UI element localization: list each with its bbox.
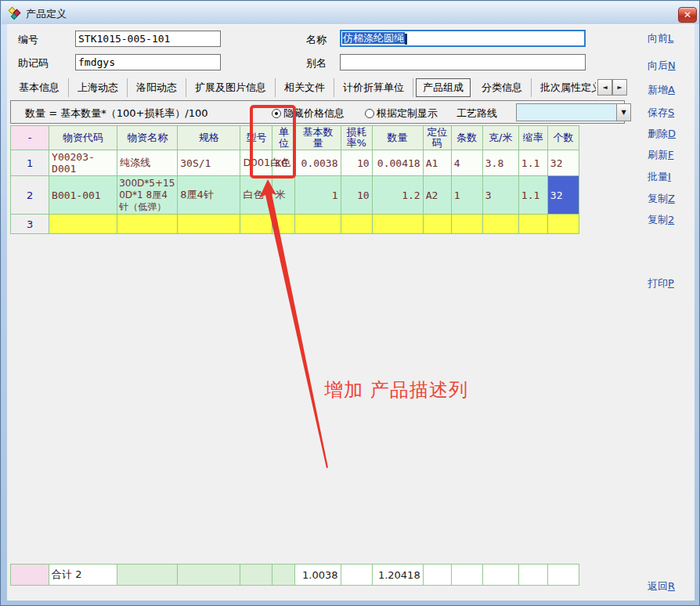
refresh-button[interactable]: 刷新F [648, 148, 673, 162]
cell-qty[interactable] [372, 215, 423, 234]
cell-base-qty[interactable]: 1 [295, 176, 341, 215]
cell-location-code[interactable] [423, 215, 451, 234]
total-base-qty: 1.0038 [295, 565, 341, 586]
cell-material-name[interactable]: 300D*5+150D*1 8厘4针（低弹） [117, 176, 178, 215]
cell-g-per-m[interactable]: 3 [482, 176, 518, 215]
cell-count[interactable]: 32 [547, 150, 579, 176]
cell-model[interactable]: D001白色 [240, 150, 272, 176]
selected-text: 仿棉涤纶圆绳 [342, 32, 405, 44]
cell-loss-rate[interactable]: 10 [341, 150, 372, 176]
col-header-g-per-m: 克/米 [482, 126, 518, 150]
col-header-base-qty: 基本数量 [295, 126, 341, 150]
col-header-shrinkage: 缩率 [518, 126, 547, 150]
tab-luoyang[interactable]: 洛阳动态 [128, 78, 186, 97]
cell-unit[interactable]: KG [272, 150, 295, 176]
total-cell [547, 565, 579, 586]
product-definition-window: 产品定义 ✕ 编号 STK1015-005-101 助记码 fmdgys 名称 … [0, 0, 700, 606]
print-button[interactable]: 打印P [648, 276, 674, 290]
total-cell [240, 565, 272, 586]
cell-unit[interactable] [272, 215, 295, 234]
copy-button[interactable]: 复制Z [648, 192, 675, 206]
row-number[interactable]: 1 [11, 150, 49, 176]
cell-model[interactable]: 白色 [240, 176, 272, 215]
radio-hide-price-info[interactable]: 隐藏价格信息 [272, 106, 345, 121]
col-header-rownum: - [11, 126, 49, 150]
cell-spec[interactable]: 8厘4针 [178, 176, 240, 215]
total-marker-cell [11, 565, 49, 586]
batch-button[interactable]: 批量I [648, 170, 671, 184]
code-input[interactable]: STK1015-005-101 [75, 31, 221, 47]
cell-location-code[interactable]: A1 [423, 150, 451, 176]
cell-location-code[interactable]: A2 [423, 176, 451, 215]
name-label: 名称 [306, 33, 327, 47]
options-bar: 数量 = 基本数量*（100+损耗率）/100 隐藏价格信息 根据定制显示 工艺… [10, 100, 625, 124]
cell-count[interactable] [547, 215, 579, 234]
col-header-qty: 数量 [372, 126, 423, 150]
copy2-button[interactable]: 复制2 [648, 213, 674, 227]
cell-loss-rate[interactable] [341, 215, 372, 234]
cell-count-selected[interactable]: 32 [547, 176, 579, 215]
tab-related-files[interactable]: 相关文件 [276, 78, 334, 97]
titlebar: 产品定义 ✕ [2, 2, 700, 24]
cell-model[interactable] [240, 215, 272, 234]
col-header-unit: 单位 [272, 126, 295, 150]
cell-g-per-m[interactable]: 3.8 [482, 150, 518, 176]
total-cell [451, 565, 482, 586]
cell-unit[interactable]: 米 [272, 176, 295, 215]
mnemonic-input[interactable]: fmdgys [75, 54, 221, 70]
tab-batch-attributes[interactable]: 批次属性定义 [532, 78, 596, 97]
cell-material-code[interactable]: B001-001 [49, 176, 117, 215]
total-qty: 1.20418 [372, 565, 423, 586]
cell-qty[interactable]: 0.00418 [372, 150, 423, 176]
prev-button[interactable]: 向前L [648, 31, 673, 45]
cell-material-name[interactable] [117, 215, 178, 234]
col-header-strands: 条数 [451, 126, 482, 150]
cell-qty[interactable]: 1.2 [372, 176, 423, 215]
cell-loss-rate[interactable]: 10 [341, 176, 372, 215]
code-label: 编号 [18, 33, 38, 47]
process-route-combobox[interactable]: ▼ [516, 103, 631, 121]
row-number[interactable]: 3 [11, 215, 49, 234]
cell-g-per-m[interactable] [482, 215, 518, 234]
tab-shanghai[interactable]: 上海动态 [69, 78, 128, 97]
tab-basic-info[interactable]: 基本信息 [10, 78, 69, 97]
total-cell [178, 565, 240, 586]
cell-spec[interactable] [178, 215, 240, 234]
row-number[interactable]: 2 [11, 176, 49, 215]
return-button[interactable]: 返回R [648, 579, 675, 593]
cell-shrinkage[interactable]: 1.1 [518, 176, 547, 215]
chevron-down-icon[interactable]: ▼ [616, 104, 630, 121]
cell-strands[interactable]: 4 [451, 150, 482, 176]
tab-extended-images[interactable]: 扩展及图片信息 [186, 78, 276, 97]
cell-base-qty[interactable] [295, 215, 341, 234]
add-button[interactable]: 新增A [648, 83, 675, 97]
name-input[interactable]: 仿棉涤纶圆绳 [340, 30, 586, 47]
alias-label: 别名 [306, 56, 327, 70]
cell-shrinkage[interactable] [518, 215, 547, 234]
close-icon[interactable]: ✕ [678, 7, 697, 23]
cell-shrinkage[interactable]: 1.1 [518, 150, 547, 176]
delete-button[interactable]: 删除D [648, 127, 676, 141]
tab-scroll-left-icon[interactable]: ◄ [597, 79, 612, 96]
cell-material-code[interactable] [49, 215, 117, 234]
cell-spec[interactable]: 30S/1 [178, 150, 240, 176]
table-row-empty: 3 [11, 215, 579, 234]
col-header-material-code: 物资代码 [49, 126, 117, 150]
tab-classification[interactable]: 分类信息 [473, 78, 532, 97]
radio-display-by-customization[interactable]: 根据定制显示 [365, 106, 438, 121]
tab-strip: 基本信息 上海动态 洛阳动态 扩展及图片信息 相关文件 计价折算单位 产品组成 … [10, 77, 596, 98]
text-caret [405, 34, 407, 45]
tab-pricing-units[interactable]: 计价折算单位 [334, 78, 413, 97]
cell-strands[interactable] [451, 215, 482, 234]
cell-material-name[interactable]: 纯涤线 [117, 150, 178, 176]
save-button[interactable]: 保存S [648, 106, 674, 120]
cell-base-qty[interactable]: 0.0038 [295, 150, 341, 176]
cell-strands[interactable]: 1 [451, 176, 482, 215]
total-cell [423, 565, 451, 586]
alias-input[interactable] [340, 54, 586, 70]
next-button[interactable]: 向后N [648, 59, 676, 73]
tab-product-composition[interactable]: 产品组成 [416, 78, 471, 97]
cell-material-code[interactable]: Y00203-D001 [49, 150, 117, 176]
radio-icon [365, 109, 374, 118]
tab-scroll-right-icon[interactable]: ► [612, 79, 627, 96]
